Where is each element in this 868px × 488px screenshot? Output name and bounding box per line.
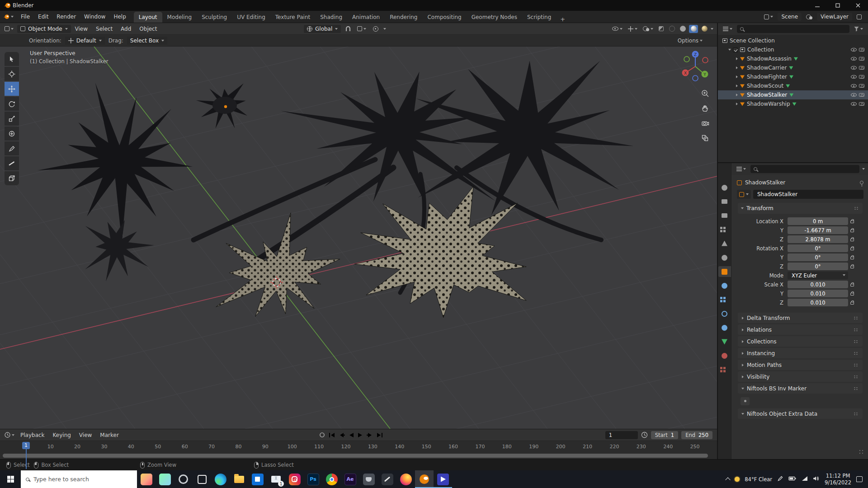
mode-dropdown[interactable]: Object Mode: [17, 25, 71, 33]
section-collections[interactable]: Collections: [738, 336, 863, 347]
zoom-button[interactable]: [701, 89, 710, 99]
expand-arrow-icon[interactable]: [736, 84, 738, 87]
workspace-tab-animation[interactable]: Animation: [347, 12, 385, 23]
bs-inv-marker-button[interactable]: [741, 397, 750, 405]
panel-drag-handle-icon[interactable]: [854, 206, 859, 210]
properties-tab-particles[interactable]: [718, 294, 731, 305]
xray-toggle[interactable]: [657, 25, 665, 32]
3d-viewport-canvas[interactable]: [0, 47, 717, 429]
ortho-perspective-button[interactable]: [701, 134, 710, 144]
battery-icon[interactable]: [788, 476, 797, 483]
taskbar-app-blender[interactable]: [415, 470, 434, 488]
panel-drag-handle-icon[interactable]: [854, 316, 859, 320]
value-field[interactable]: -1.6677 m: [788, 226, 848, 234]
collection-checkbox[interactable]: [733, 47, 738, 52]
value-field[interactable]: 0.010: [788, 281, 848, 288]
end-frame-field[interactable]: End 250: [681, 431, 712, 439]
taskbar-app-movies[interactable]: [434, 470, 452, 488]
camera-view-button[interactable]: [701, 119, 710, 129]
outliner-row-shadowcarrier[interactable]: ShadowCarrier: [718, 63, 868, 72]
taskbar-app-store[interactable]: [248, 470, 267, 488]
shading-wireframe-button[interactable]: [667, 25, 676, 33]
transform-panel-header[interactable]: Transform: [738, 203, 863, 214]
blender-menu-button[interactable]: [0, 11, 17, 23]
taskbar-app-instagram[interactable]: [285, 470, 304, 488]
current-frame-field[interactable]: 1: [605, 431, 638, 439]
pan-hand-button[interactable]: [701, 104, 710, 114]
snapping-dropdown[interactable]: [355, 25, 368, 32]
hide-in-viewport-icon[interactable]: [851, 48, 857, 52]
close-button[interactable]: [848, 0, 868, 11]
expand-arrow-icon[interactable]: [736, 75, 738, 78]
section-relations[interactable]: Relations: [738, 324, 863, 335]
value-field[interactable]: XYZ Euler: [788, 272, 848, 279]
properties-tab-world[interactable]: [718, 252, 731, 263]
disable-in-render-icon[interactable]: [859, 102, 864, 106]
taskbar-search-input[interactable]: Type here to search: [21, 470, 137, 488]
section-delta-transform[interactable]: Delta Transform: [738, 313, 863, 323]
panel-drag-handle-icon[interactable]: [854, 375, 859, 379]
snapping-toggle[interactable]: [344, 25, 352, 32]
shading-solid-button[interactable]: [678, 25, 687, 33]
properties-tab-scene[interactable]: [718, 238, 731, 249]
panel-drag-handle-icon[interactable]: [854, 412, 859, 416]
show-hidden-icons-chevron[interactable]: [726, 477, 731, 482]
workspace-tab-texture-paint[interactable]: Texture Paint: [270, 12, 315, 23]
jump-to-end-button[interactable]: [377, 432, 383, 438]
viewlayer-browse-button[interactable]: [804, 14, 814, 20]
workspace-tab-shading[interactable]: Shading: [315, 12, 347, 23]
outliner-row-shadowwarship[interactable]: ShadowWarship: [718, 99, 868, 108]
topbar-menu[interactable]: File: [17, 11, 34, 23]
object-browse-button[interactable]: [737, 190, 751, 199]
workspace-tab-uv-editing[interactable]: UV Editing: [232, 12, 270, 23]
value-field[interactable]: 0°: [788, 244, 848, 252]
hide-in-viewport-icon[interactable]: [851, 57, 857, 61]
tool-annotate[interactable]: [5, 141, 19, 155]
jump-to-start-button[interactable]: [329, 432, 335, 438]
hide-in-viewport-icon[interactable]: [851, 75, 857, 79]
outliner-row-shadowassassin[interactable]: ShadowAssassin: [718, 54, 868, 63]
taskbar-app-gimp[interactable]: [359, 470, 378, 488]
disable-in-render-icon[interactable]: [859, 84, 864, 88]
network-icon[interactable]: [802, 476, 808, 483]
expand-arrow-icon[interactable]: [736, 94, 738, 96]
value-field[interactable]: 0.010: [788, 299, 848, 306]
outliner-filter-button[interactable]: [852, 26, 865, 33]
taskbar-app-widget-a[interactable]: [137, 470, 156, 488]
playback-sync-icon[interactable]: [641, 432, 648, 438]
play-button[interactable]: [358, 432, 363, 438]
outliner-row-shadowstalker[interactable]: ShadowStalker: [718, 90, 868, 99]
properties-tab-object[interactable]: [718, 266, 731, 277]
hide-in-viewport-icon[interactable]: [851, 66, 857, 70]
action-center-icon[interactable]: [856, 476, 863, 482]
lock-icon[interactable]: [850, 230, 854, 232]
timeline-ruler[interactable]: 1 10 20 30 40 50 60 70: [0, 441, 717, 452]
shading-dropdown[interactable]: [711, 28, 713, 30]
disable-in-render-icon[interactable]: [859, 57, 864, 61]
workspace-tab-sculpting[interactable]: Sculpting: [197, 12, 232, 23]
play-reverse-button[interactable]: [349, 432, 354, 438]
start-frame-field[interactable]: Start 1: [651, 431, 678, 439]
lock-icon[interactable]: [850, 293, 854, 296]
topbar-menu[interactable]: Help: [109, 11, 130, 23]
panel-drag-handle-icon[interactable]: [854, 363, 859, 367]
value-field[interactable]: 0°: [788, 263, 848, 270]
show-gizmos-toggle[interactable]: [626, 25, 639, 33]
navigation-gizmo[interactable]: Z X Y: [677, 48, 713, 84]
properties-tab-render[interactable]: [718, 196, 731, 207]
add-workspace-button[interactable]: +: [556, 16, 569, 23]
object-visibility-dropdown[interactable]: [610, 26, 624, 32]
workspace-tab-rendering[interactable]: Rendering: [385, 12, 422, 23]
tool-cursor[interactable]: [5, 67, 19, 81]
next-keyframe-button[interactable]: [367, 432, 373, 438]
topbar-menu[interactable]: Window: [80, 11, 109, 23]
workspace-tab-geometry-nodes[interactable]: Geometry Nodes: [467, 12, 522, 23]
previous-keyframe-button[interactable]: [339, 432, 345, 438]
3d-viewport[interactable]: User Perspective (1) Collection | Shadow…: [0, 47, 717, 429]
topbar-menu[interactable]: Edit: [34, 11, 52, 23]
timeline-menu[interactable]: View: [75, 429, 96, 441]
outliner-row-shadowscout[interactable]: ShadowScout: [718, 81, 868, 90]
viewport-menu[interactable]: Add: [117, 23, 135, 34]
disable-in-render-icon[interactable]: [859, 66, 864, 70]
lock-icon[interactable]: [850, 239, 854, 241]
